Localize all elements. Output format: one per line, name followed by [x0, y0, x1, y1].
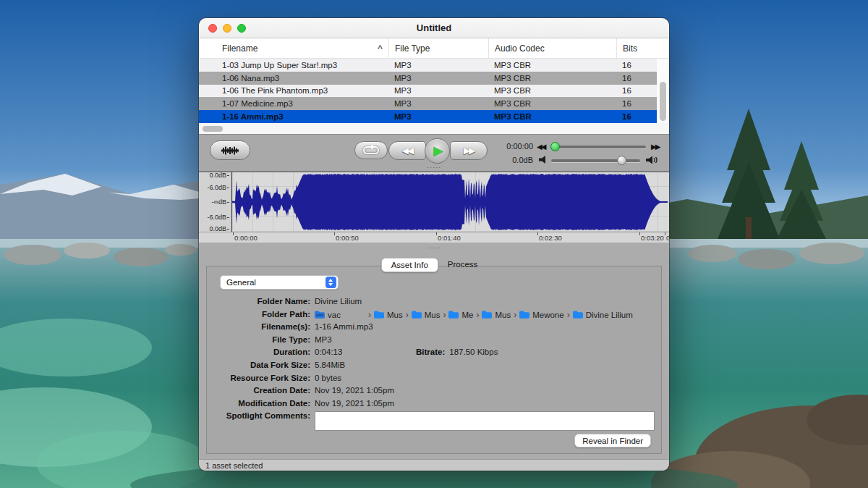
- asset-table-body: 1-03 Jump Up Super Star!.mp3MP3MP3 CBR16…: [199, 59, 657, 123]
- breadcrumb-item[interactable]: Mus: [374, 311, 403, 319]
- tab-process[interactable]: Process: [438, 258, 488, 272]
- breadcrumb-item[interactable]: Divine Lilium: [573, 311, 633, 319]
- category-popup-label: General: [221, 278, 326, 287]
- waveform-plot[interactable]: [232, 172, 669, 232]
- table-cell: MP3 CBR: [488, 112, 616, 121]
- time-tick-label: 0:00:50: [336, 234, 359, 242]
- breadcrumb-item[interactable]: Mus: [412, 311, 441, 319]
- time-tick: [334, 232, 335, 235]
- field-value-text: MP3: [315, 335, 332, 344]
- waveform-toggle-button[interactable]: [210, 140, 250, 160]
- field-value: 0:04:13Bitrate:187.50 Kibps: [310, 346, 661, 356]
- table-row[interactable]: 1-06 The Pink Phantom.mp3MP3MP3 CBR16: [199, 85, 657, 98]
- header-gutter: [199, 38, 216, 58]
- field-value: Nov 19, 2021 1:05pm: [310, 397, 661, 408]
- table-row[interactable]: 1-03 Jump Up Super Star!.mp3MP3MP3 CBR16: [199, 59, 657, 72]
- bitrate-label: Bitrate:: [416, 348, 445, 356]
- table-cell: 16: [616, 112, 657, 121]
- seek-back-icon[interactable]: ◀◀: [537, 143, 545, 151]
- fast-forward-icon: ▶▶: [464, 146, 474, 156]
- time-axis: 0:00:000:00:500:01:400:02:300:03:200:: [199, 232, 669, 243]
- rewind-icon: ◀◀: [402, 146, 412, 156]
- field-value: Nov 19, 2021 1:05pm: [310, 384, 661, 395]
- field-value: 1-16 Ammi.mp3: [310, 321, 661, 331]
- breadcrumb-item[interactable]: vac: [315, 311, 365, 319]
- column-header-bits[interactable]: Bits: [616, 38, 657, 58]
- table-cell: MP3 CBR: [488, 99, 616, 108]
- field-label: Resource Fork Size:: [207, 372, 310, 382]
- folder-icon: [374, 311, 384, 319]
- field-value-text: Nov 19, 2021 1:05pm: [315, 399, 394, 408]
- time-slider-track[interactable]: [551, 146, 646, 148]
- vertical-scrollbar-thumb[interactable]: [660, 82, 666, 121]
- breadcrumb-separator-icon: ›: [368, 310, 371, 320]
- play-button[interactable]: ▶: [425, 138, 450, 164]
- waveform-panel: 0.0dB-6.0dB-∞dB-6.0dB0.0dB 0:00:000:00:5…: [199, 172, 669, 243]
- field-value: vac›Mus›Mus›Me›Mus›Mewone›Divine Lilium: [310, 308, 661, 320]
- transport-bar: ◀◀ ▶▶ ▶ 0:00:00 ◀◀ ▶▶ 0.0dB ·····: [199, 135, 669, 172]
- spotlight-comments-input[interactable]: [315, 411, 655, 431]
- field-value-text: Divine Lilium: [315, 297, 362, 306]
- time-tick: [665, 232, 665, 235]
- category-popup[interactable]: General: [220, 275, 339, 290]
- tab-asset-info[interactable]: Asset Info: [381, 258, 438, 272]
- time-tick: [436, 232, 437, 235]
- table-cell: MP3: [388, 74, 488, 83]
- column-header-filetype[interactable]: File Type: [388, 38, 488, 58]
- asset-fields: Folder Name:Divine LiliumFolder Path:vac…: [207, 295, 661, 432]
- field-label: File Type:: [207, 334, 310, 344]
- table-row[interactable]: 1-06 Nana.mp3MP3MP3 CBR16: [199, 72, 657, 85]
- breadcrumb-separator-icon: ›: [567, 310, 570, 320]
- fast-forward-button[interactable]: ▶▶: [450, 141, 488, 160]
- waveform-icon: [221, 146, 239, 156]
- time-slider-knob[interactable]: [550, 142, 560, 151]
- horizontal-scrollbar-thumb[interactable]: [203, 126, 223, 132]
- breadcrumb-label: Mus: [425, 311, 441, 319]
- seek-forward-icon[interactable]: ▶▶: [651, 143, 659, 151]
- folder-icon: [448, 311, 459, 319]
- table-cell: MP3: [388, 99, 488, 108]
- loop-button[interactable]: [354, 141, 388, 159]
- folder-icon: [412, 311, 422, 319]
- table-row[interactable]: 1-07 Medicine.mp3MP3MP3 CBR16: [199, 97, 657, 110]
- rewind-button[interactable]: ◀◀: [388, 141, 426, 160]
- sort-ascending-icon: ^: [378, 43, 383, 54]
- field-label: Folder Name:: [207, 295, 310, 306]
- table-cell: MP3: [388, 112, 488, 121]
- table-row[interactable]: 1-16 Ammi.mp3MP3MP3 CBR16: [199, 110, 657, 123]
- breadcrumb-item[interactable]: Me: [448, 311, 473, 319]
- inspector-zone: ····· Asset InfoProcess General Folder N…: [199, 243, 669, 459]
- field-value: Divine Lilium: [310, 295, 661, 306]
- breadcrumb-item[interactable]: Mewone: [519, 311, 563, 319]
- field-value: 5.84MiB: [310, 359, 661, 369]
- splitter-handle[interactable]: ·····: [199, 164, 669, 171]
- time-tick-label: 0:00:00: [234, 234, 258, 242]
- play-icon: ▶: [433, 143, 443, 159]
- volume-slider-track[interactable]: [551, 159, 640, 162]
- breadcrumb-item[interactable]: Mus: [482, 311, 511, 319]
- time-tick-label: 0:03:20: [641, 234, 664, 242]
- title-bar[interactable]: Untitled: [199, 18, 669, 38]
- table-cell: 16: [616, 99, 657, 108]
- volume-min-icon[interactable]: [539, 156, 545, 164]
- app-window: Untitled Filename ^ File Type Audio Code…: [199, 18, 669, 471]
- time-tick-label: 0:: [666, 234, 669, 242]
- folder-icon: [519, 311, 529, 319]
- column-header-filename[interactable]: Filename ^: [216, 38, 388, 58]
- field-value-text: 5.84MiB: [315, 361, 345, 369]
- field-value: [310, 410, 661, 431]
- table-cell: MP3 CBR: [488, 74, 616, 83]
- field-row: Data Fork Size:5.84MiB: [207, 359, 661, 372]
- table-cell: 1-07 Medicine.mp3: [216, 99, 388, 108]
- horizontal-scrollbar-track[interactable]: [199, 123, 669, 135]
- time-tick: [639, 232, 640, 235]
- breadcrumb-label: Mewone: [532, 311, 563, 319]
- status-text: 1 asset selected: [205, 461, 263, 470]
- bitrate-value: 187.50 Kibps: [449, 348, 498, 356]
- db-tick-label: -∞dB: [212, 198, 229, 206]
- table-cell: 1-06 The Pink Phantom.mp3: [216, 86, 388, 95]
- splitter-handle[interactable]: ·····: [199, 244, 669, 251]
- reveal-in-finder-button[interactable]: Reveal in Finder: [574, 434, 651, 447]
- column-header-codec[interactable]: Audio Codec: [488, 38, 616, 58]
- field-row: Spotlight Comments:: [207, 410, 661, 432]
